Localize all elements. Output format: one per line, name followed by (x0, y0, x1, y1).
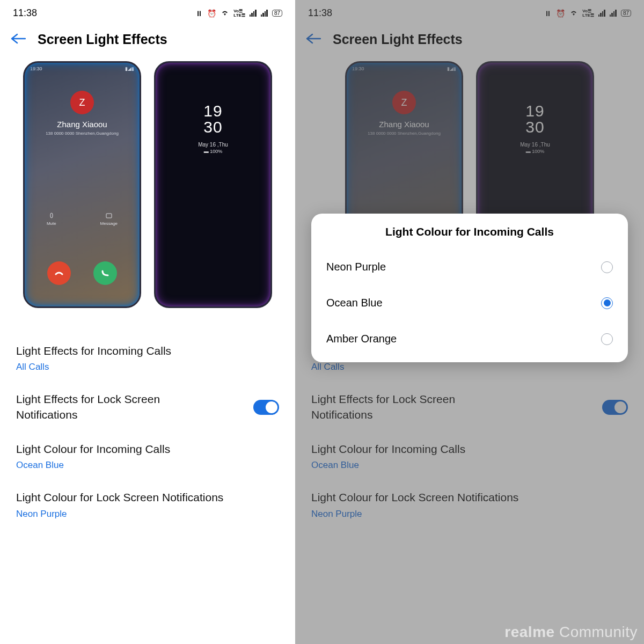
accept-call-icon (93, 261, 117, 285)
status-bar: 11:38 ⏸ ⏰ Vo☰LTE☰ 87 (0, 0, 295, 22)
signal-2-icon (261, 10, 268, 17)
row-value: All Calls (16, 362, 279, 372)
row-light-effects-lock[interactable]: Light Effects for Lock Screen Notificati… (16, 382, 279, 432)
preview-status-icons: ▮◢▮ (125, 66, 134, 71)
wifi-icon (221, 9, 229, 18)
mute-option: Mute (47, 212, 56, 226)
signal-1-icon (250, 10, 257, 17)
row-label: Light Effects for Incoming Calls (16, 343, 279, 358)
caller-avatar: Z (70, 91, 94, 114)
preview-status-time: 19:30 (30, 66, 42, 71)
message-option: Message (100, 212, 118, 226)
radio-icon[interactable] (601, 297, 613, 309)
row-label: Light Effects for Lock Screen Notificati… (16, 392, 209, 422)
vibrate-icon: ⏸ (195, 9, 203, 18)
volte-icon: Vo☰LTE☰ (233, 9, 245, 18)
row-label: Light Colour for Lock Screen Notificatio… (16, 490, 279, 505)
row-light-colour-lock[interactable]: Light Colour for Lock Screen Notificatio… (16, 480, 279, 529)
preview-lock-screen: 1930 May 16 ,Thu ▬ 100% (154, 61, 272, 308)
colour-picker-dialog: Light Colour for Incoming Calls Neon Pur… (311, 214, 628, 362)
page-title: Screen Light Effects (38, 32, 167, 47)
aod-time: 1930 (156, 103, 270, 135)
alarm-icon: ⏰ (207, 9, 216, 18)
status-icons: ⏸ ⏰ Vo☰LTE☰ 87 (195, 9, 282, 18)
row-value: Neon Purple (16, 509, 279, 519)
settings-list: Light Effects for Incoming Calls All Cal… (0, 308, 295, 529)
screenshot-left: 11:38 ⏸ ⏰ Vo☰LTE☰ 87 Screen Light Effect… (0, 0, 295, 644)
option-ocean-blue[interactable]: Ocean Blue (325, 285, 614, 321)
back-arrow-icon[interactable] (11, 33, 26, 46)
decline-call-icon (47, 261, 71, 285)
row-light-effects-calls[interactable]: Light Effects for Incoming Calls All Cal… (16, 334, 279, 382)
aod-date: May 16 ,Thu (156, 142, 270, 148)
edge-glow-effect (156, 63, 270, 306)
radio-icon[interactable] (601, 261, 613, 273)
row-light-colour-calls[interactable]: Light Colour for Incoming Calls Ocean Bl… (16, 432, 279, 480)
aod-battery: ▬ 100% (156, 149, 270, 154)
status-time: 11:38 (13, 8, 37, 19)
svg-rect-0 (106, 214, 112, 218)
option-label: Neon Purple (326, 261, 386, 273)
option-neon-purple[interactable]: Neon Purple (325, 249, 614, 285)
screenshot-right: 11:38 ⏸ ⏰ Vo☰LTE☰ 87 Screen Light Effect… (295, 0, 644, 644)
page-header: Screen Light Effects (0, 22, 295, 61)
watermark: realme Community (504, 624, 638, 641)
row-label: Light Colour for Incoming Calls (16, 442, 279, 457)
toggle-switch[interactable] (253, 400, 279, 415)
dialog-title: Light Colour for Incoming Calls (325, 225, 614, 238)
option-label: Amber Orange (326, 333, 397, 345)
caller-name: Zhang Xiaoou (25, 120, 140, 129)
phone-previews: 19:30▮◢▮ Z Zhang Xiaoou 138 0000 0000 Sh… (0, 61, 295, 308)
battery-icon: 87 (272, 10, 282, 17)
preview-incoming-call: 19:30▮◢▮ Z Zhang Xiaoou 138 0000 0000 Sh… (23, 61, 141, 308)
option-label: Ocean Blue (326, 297, 383, 309)
radio-icon[interactable] (601, 333, 613, 345)
option-amber-orange[interactable]: Amber Orange (325, 321, 614, 357)
caller-subtitle: 138 0000 0000 Shenzhen,Guangdong (25, 131, 140, 136)
row-value: Ocean Blue (16, 460, 279, 471)
